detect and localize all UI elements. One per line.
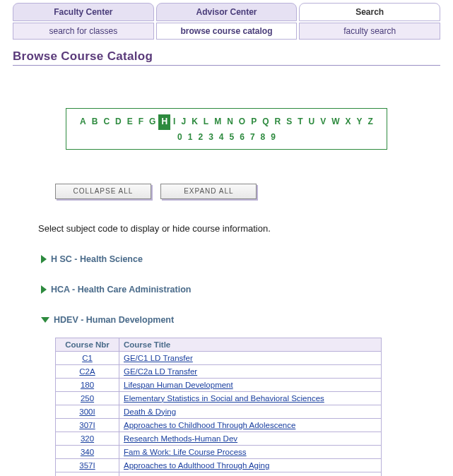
filter-digit-7[interactable]: 7: [247, 130, 258, 145]
main-tab-search[interactable]: Search: [299, 3, 440, 21]
course-title-cell: Approaches to Childhood Through Adolesce…: [119, 418, 382, 432]
filter-letter-a[interactable]: A: [77, 114, 89, 130]
course-nbr-cell: 180: [56, 378, 119, 391]
instruction-text: Select subject code to display or hide c…: [38, 223, 453, 234]
alphanumeric-filter-box: ABCDEFGHIJKLMNOPQRSTUVWXYZ 0123456789: [66, 108, 387, 150]
course-nbr-link[interactable]: C1: [82, 354, 93, 362]
table-row: C2AGE/C2a LD Transfer: [56, 364, 382, 378]
table-row: 250Elementary Statistics in Social and B…: [56, 391, 382, 405]
course-nbr-link[interactable]: 250: [81, 394, 94, 403]
filter-digit-0[interactable]: 0: [175, 130, 185, 145]
course-title-cell: Cultural Foundations for Human Developme…: [119, 472, 382, 476]
col-header-title[interactable]: Course Title: [119, 338, 382, 351]
course-nbr-link[interactable]: 300I: [79, 407, 95, 416]
filter-letter-x[interactable]: X: [343, 114, 354, 130]
filter-letter-j[interactable]: J: [178, 114, 189, 130]
filter-digit-3[interactable]: 3: [206, 130, 216, 145]
table-row: 300IDeath & Dying: [56, 405, 382, 418]
course-title-link[interactable]: GE/C2a LD Transfer: [124, 367, 197, 376]
course-title-link[interactable]: Fam & Work: Life Course Process: [124, 448, 247, 456]
course-nbr-link[interactable]: 340: [81, 448, 94, 456]
course-nbr-link[interactable]: 307I: [79, 421, 95, 429]
filter-digit-9[interactable]: 9: [268, 130, 278, 145]
course-nbr-link[interactable]: 357I: [79, 461, 95, 470]
filter-letter-m[interactable]: M: [211, 114, 224, 130]
filter-letter-h[interactable]: H: [158, 114, 170, 130]
filter-letter-r[interactable]: R: [272, 114, 284, 130]
sub-tab-search-for-classes[interactable]: search for classes: [13, 23, 154, 40]
table-row: 357IApproaches to Adulthood Through Agin…: [56, 458, 382, 472]
filter-letter-t[interactable]: T: [295, 114, 305, 130]
course-nbr-cell: 300I: [56, 405, 119, 418]
main-tab-faculty-center[interactable]: Faculty Center: [13, 3, 154, 21]
course-title-link[interactable]: Elementary Statistics in Social and Beha…: [124, 394, 324, 403]
filter-letter-d[interactable]: D: [112, 114, 124, 130]
course-nbr-cell: C2A: [56, 364, 119, 378]
course-nbr-cell: C1: [56, 351, 119, 364]
filter-digit-8[interactable]: 8: [258, 130, 269, 145]
filter-letter-y[interactable]: Y: [354, 114, 365, 130]
col-header-nbr[interactable]: Course Nbr: [56, 338, 119, 351]
filter-letter-k[interactable]: K: [189, 114, 201, 130]
course-nbr-link[interactable]: 320: [81, 434, 94, 443]
course-title-cell: Fam & Work: Life Course Process: [119, 445, 382, 458]
filter-digit-6[interactable]: 6: [237, 130, 247, 145]
filter-letter-l[interactable]: L: [201, 114, 211, 130]
course-title-link[interactable]: Approaches to Childhood Through Adolesce…: [124, 421, 295, 429]
filter-letter-b[interactable]: B: [89, 114, 101, 130]
table-row: C1GE/C1 LD Transfer: [56, 351, 382, 364]
filter-letter-v[interactable]: V: [317, 114, 329, 130]
filter-letter-u[interactable]: U: [306, 114, 318, 130]
course-title-cell: GE/C2a LD Transfer: [119, 364, 382, 378]
filter-letter-f[interactable]: F: [136, 114, 146, 130]
course-nbr-link[interactable]: 180: [81, 381, 94, 389]
chevron-right-icon[interactable]: [41, 285, 47, 294]
filter-letter-z[interactable]: Z: [365, 114, 376, 130]
collapse-all-button[interactable]: Collapse All: [55, 184, 151, 199]
filter-letter-c[interactable]: C: [100, 114, 112, 130]
chevron-right-icon[interactable]: [41, 255, 47, 263]
table-row: 320Research Methods-Human Dev: [56, 432, 382, 445]
filter-letter-i[interactable]: I: [170, 114, 178, 130]
course-nbr-cell: 250: [56, 391, 119, 405]
main-tab-advisor-center[interactable]: Advisor Center: [156, 3, 298, 21]
course-title-link[interactable]: Death & Dying: [124, 407, 176, 416]
expand-all-button[interactable]: Expand All: [160, 184, 257, 199]
course-nbr-cell: 307I: [56, 418, 119, 432]
sub-tab-browse-course-catalog[interactable]: browse course catalog: [156, 23, 298, 40]
subject-row[interactable]: HDEV - Human Development: [41, 314, 453, 325]
filter-letter-n[interactable]: N: [224, 114, 236, 130]
subject-label[interactable]: HDEV - Human Development: [54, 315, 174, 325]
filter-letter-s[interactable]: S: [283, 114, 295, 130]
course-title-cell: Elementary Statistics in Social and Beha…: [119, 391, 382, 405]
filter-letter-q[interactable]: Q: [259, 114, 271, 130]
subject-label[interactable]: H SC - Health Science: [51, 254, 143, 264]
course-nbr-cell: 357I: [56, 458, 119, 472]
subject-label[interactable]: HCA - Health Care Administration: [51, 285, 191, 294]
filter-letter-p[interactable]: P: [248, 114, 259, 130]
table-row: 360Cultural Foundations for Human Develo…: [56, 472, 382, 476]
course-title-link[interactable]: GE/C1 LD Transfer: [124, 354, 193, 362]
course-nbr-cell: 360: [56, 472, 119, 476]
filter-letter-o[interactable]: O: [236, 114, 248, 130]
subject-row[interactable]: H SC - Health Science: [41, 254, 453, 264]
course-title-link[interactable]: Research Methods-Human Dev: [124, 434, 237, 443]
chevron-down-icon[interactable]: [41, 317, 49, 323]
filter-letter-w[interactable]: W: [329, 114, 342, 130]
course-table: Course Nbr Course Title C1GE/C1 LD Trans…: [55, 338, 382, 476]
course-title-cell: Lifespan Human Development: [119, 378, 382, 391]
course-title-cell: GE/C1 LD Transfer: [119, 351, 382, 364]
course-nbr-link[interactable]: C2A: [79, 367, 95, 376]
filter-digit-1[interactable]: 1: [185, 130, 196, 145]
filter-letter-g[interactable]: G: [146, 114, 158, 130]
course-title-link[interactable]: Lifespan Human Development: [124, 381, 233, 389]
filter-digit-2[interactable]: 2: [195, 130, 206, 145]
table-row: 307IApproaches to Childhood Through Adol…: [56, 418, 382, 432]
filter-letter-e[interactable]: E: [124, 114, 136, 130]
sub-tab-faculty-search[interactable]: faculty search: [299, 23, 440, 40]
filter-digit-4[interactable]: 4: [216, 130, 227, 145]
filter-digit-5[interactable]: 5: [227, 130, 237, 145]
course-title-link[interactable]: Approaches to Adulthood Through Aging: [124, 461, 269, 470]
subject-row[interactable]: HCA - Health Care Administration: [41, 284, 453, 294]
table-row: 180Lifespan Human Development: [56, 378, 382, 391]
